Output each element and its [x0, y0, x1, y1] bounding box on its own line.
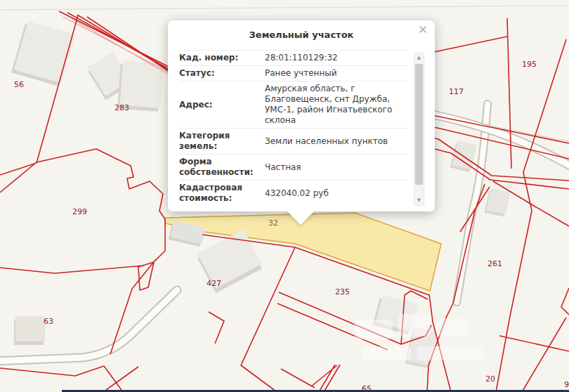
- field-label: Кадастровая стоимость:: [179, 183, 256, 204]
- field-label: Кад. номер:: [179, 53, 256, 63]
- field-row: Форма собственности: Частная: [179, 154, 408, 180]
- field-label: Форма собственности:: [179, 157, 256, 178]
- parcel-label: 261: [488, 259, 502, 268]
- field-value: 28:01:110129:32: [265, 53, 408, 63]
- popup-scrollbar[interactable]: ▲ ▼: [414, 53, 424, 206]
- parcel-label: 63: [44, 317, 53, 326]
- parcel-label: 195: [522, 60, 537, 69]
- field-value: Ранее учтенный: [265, 68, 408, 79]
- field-value: Амурская область, г Благовещенск, снт Др…: [265, 84, 408, 126]
- field-label: Категория земель:: [179, 131, 256, 152]
- parcel-label: 299: [72, 207, 87, 216]
- field-row: Кадастровая стоимость: 432040.02 руб: [179, 180, 408, 206]
- parcel-label: 56: [14, 80, 24, 89]
- field-label: Статус:: [179, 68, 256, 79]
- field-value: Земли населенных пунктов: [265, 136, 408, 147]
- parcel-info-popup: Земельный участок × Кад. номер: 28:01:11…: [168, 20, 435, 211]
- parcel-label: 427: [207, 279, 221, 288]
- parcel-label: 32: [268, 218, 278, 228]
- field-row: Адрес: Амурская область, г Благовещенск,…: [179, 81, 408, 128]
- field-row: Категория земель: Земли населенных пункт…: [179, 128, 408, 154]
- parcel-label: 20: [485, 374, 495, 384]
- parcel-label: 117: [449, 87, 464, 96]
- parcel-label: 235: [335, 287, 350, 296]
- scrollbar-thumb[interactable]: [415, 64, 423, 185]
- field-value: 432040.02 руб: [265, 188, 408, 199]
- parcel-label: 283: [115, 103, 129, 112]
- field-label: Адрес:: [179, 100, 256, 110]
- parcel-label: 96: [564, 380, 569, 389]
- field-row: Кад. номер: 28:01:110129:32: [179, 50, 408, 65]
- scroll-down-icon[interactable]: ▼: [414, 196, 424, 205]
- popup-title: Земельный участок: [168, 20, 435, 47]
- field-row: Статус: Ранее учтенный: [179, 65, 408, 81]
- close-icon[interactable]: ×: [417, 24, 429, 35]
- popup-fields: Кад. номер: 28:01:110129:32 Статус: Ране…: [179, 50, 408, 206]
- popup-callout-pointer: [286, 210, 315, 225]
- scroll-up-icon[interactable]: ▲: [414, 53, 424, 63]
- field-value: Частная: [265, 162, 408, 173]
